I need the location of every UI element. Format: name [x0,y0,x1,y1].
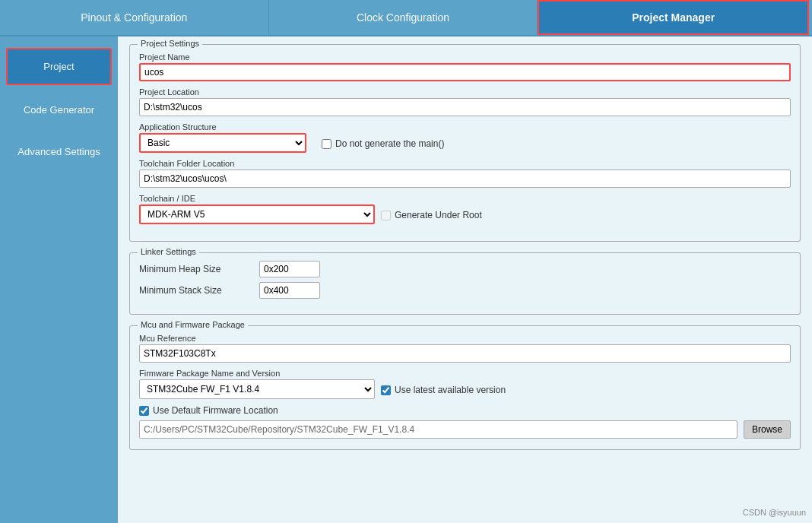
project-settings-section: Project Settings Project Name Project Lo… [129,44,801,242]
toolchain-ide-select[interactable]: MDK-ARM V5 STM32CubeIDE Makefile EWARM [139,204,375,224]
tab-project-manager[interactable]: Project Manager [538,0,809,35]
mcu-firmware-section: Mcu and Firmware Package Mcu Reference F… [129,325,801,450]
project-name-input[interactable] [139,63,791,81]
sidebar-item-advanced-settings[interactable]: Advanced Settings [6,135,112,169]
project-name-row: Project Name [139,52,791,81]
project-location-row: Project Location [139,87,791,116]
generate-under-root-checkbox[interactable] [381,211,391,220]
tab-pinout[interactable]: Pinout & Configuration [0,0,269,35]
linker-settings-label: Linker Settings [138,247,199,256]
watermark: CSDN @isyuuun [743,508,806,517]
project-location-label: Project Location [139,87,791,97]
min-heap-input[interactable] [259,261,320,277]
app-structure-select[interactable]: Basic Advanced [139,133,306,153]
use-default-checkbox[interactable] [139,406,149,416]
do-not-generate-checkbox[interactable] [322,139,331,149]
toolchain-folder-label: Toolchain Folder Location [139,159,791,168]
min-heap-label: Minimum Heap Size [139,264,253,274]
min-stack-input[interactable] [259,282,320,299]
browse-button[interactable]: Browse [744,420,791,439]
min-stack-row: Minimum Stack Size [139,282,791,299]
top-tab-bar: Pinout & Configuration Clock Configurati… [0,0,812,36]
sidebar-item-code-generator[interactable]: Code Generator [6,93,112,127]
project-location-input[interactable] [139,98,791,116]
app-structure-label: Application Structure [139,122,791,132]
content-area: Project Settings Project Name Project Lo… [118,36,812,523]
project-name-label: Project Name [139,52,791,62]
do-not-generate-label: Do not generate the main() [335,138,444,149]
use-latest-checkbox[interactable] [381,385,391,395]
use-default-label: Use Default Firmware Location [153,405,278,416]
min-stack-label: Minimum Stack Size [139,285,253,296]
sidebar: Project Code Generator Advanced Settings [0,36,118,523]
mcu-firmware-label: Mcu and Firmware Package [138,320,248,329]
do-not-generate-row: Do not generate the main() [322,138,444,149]
toolchain-folder-input[interactable] [139,170,791,188]
use-latest-label: Use latest available version [395,385,506,395]
firmware-pkg-select[interactable]: STM32Cube FW_F1 V1.8.4 [139,379,375,399]
toolchain-ide-row: Toolchain / IDE MDK-ARM V5 STM32CubeIDE … [139,194,791,224]
use-default-row: Use Default Firmware Location [139,405,791,416]
toolchain-folder-row: Toolchain Folder Location [139,159,791,188]
mcu-ref-input[interactable] [139,344,791,363]
mcu-ref-label: Mcu Reference [139,334,791,343]
linker-settings-section: Linker Settings Minimum Heap Size Minimu… [129,252,801,315]
main-layout: Project Code Generator Advanced Settings… [0,36,812,523]
firmware-path-input[interactable] [139,420,737,439]
firmware-pkg-row: Firmware Package Name and Version STM32C… [139,369,791,399]
sidebar-item-project[interactable]: Project [6,48,112,85]
generate-under-root-label: Generate Under Root [395,210,482,220]
min-heap-row: Minimum Heap Size [139,261,791,277]
mcu-ref-row: Mcu Reference [139,334,791,363]
firmware-pkg-label: Firmware Package Name and Version [139,369,791,378]
generate-under-root-row: Generate Under Root [381,210,482,220]
app-structure-row: Application Structure Basic Advanced Do … [139,122,791,153]
toolchain-ide-label: Toolchain / IDE [139,194,791,203]
project-settings-label: Project Settings [138,39,202,48]
tab-clock[interactable]: Clock Configuration [269,0,538,35]
firmware-path-row: Browse [139,420,791,439]
use-latest-row: Use latest available version [381,385,506,395]
